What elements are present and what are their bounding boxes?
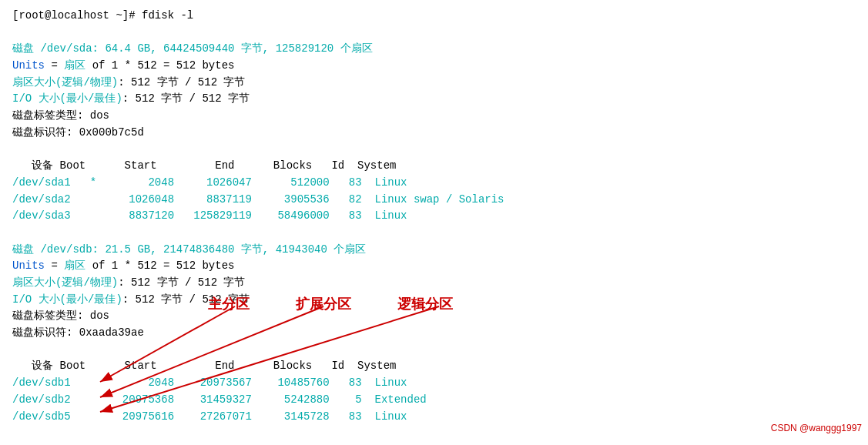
sda-row3: /dev/sda3 8837120 125829119 58496000 83 … [12,208,856,225]
sda-table-header: 设备 Boot Start End Blocks Id System [12,158,856,175]
sda-sector-size: 扇区大小(逻辑/物理): 512 字节 / 512 字节 [12,75,856,92]
annotation-primary: 主分区 [208,294,250,316]
sda-row2: /dev/sda2 1026048 8837119 3905536 82 Lin… [12,192,856,209]
sdb-row3: /dev/sdb5 20975616 27267071 3145728 83 L… [12,409,856,426]
annotations-container: 主分区 扩展分区 逻辑分区 [208,294,453,316]
sda-units: Units = 扇区 of 1 * 512 = 512 bytes [12,58,856,75]
sdb-table-header: 设备 Boot Start End Blocks Id System [12,358,856,375]
sda-identifier: 磁盘标识符: 0x000b7c5d [12,125,856,142]
empty-line3 [12,225,856,242]
sdb-units: Units = 扇区 of 1 * 512 = 512 bytes [12,258,856,275]
sdb-disk-info: 磁盘 /dev/sdb: 21.5 GB, 21474836480 字节, 41… [12,242,856,259]
sdb-sector-size: 扇区大小(逻辑/物理): 512 字节 / 512 字节 [12,275,856,292]
sda-label-type: 磁盘标签类型: dos [12,108,856,125]
annotation-extended: 扩展分区 [296,294,351,316]
sda-row1: /dev/sda1 * 2048 1026047 512000 83 Linux [12,175,856,192]
sda-io-size: I/O 大小(最小/最佳): 512 字节 / 512 字节 [12,91,856,108]
annotation-logical: 逻辑分区 [397,294,453,316]
sda-disk-info: 磁盘 /dev/sda: 64.4 GB, 64424509440 字节, 12… [12,41,856,58]
prompt-line: [root@localhost ~]# fdisk -l [12,8,856,25]
sdb-identifier: 磁盘标识符: 0xaada39ae [12,325,856,342]
empty-line [12,25,856,42]
empty-line4 [12,342,856,359]
csdn-watermark: CSDN @wanggg1997 [771,421,862,436]
terminal-window: [root@localhost ~]# fdisk -l 磁盘 /dev/sda… [0,0,868,445]
empty-line2 [12,142,856,159]
sdb-row1: /dev/sdb1 2048 20973567 10485760 83 Linu… [12,375,856,392]
sdb-row2: /dev/sdb2 20975368 31459327 5242880 5 Ex… [12,392,856,409]
